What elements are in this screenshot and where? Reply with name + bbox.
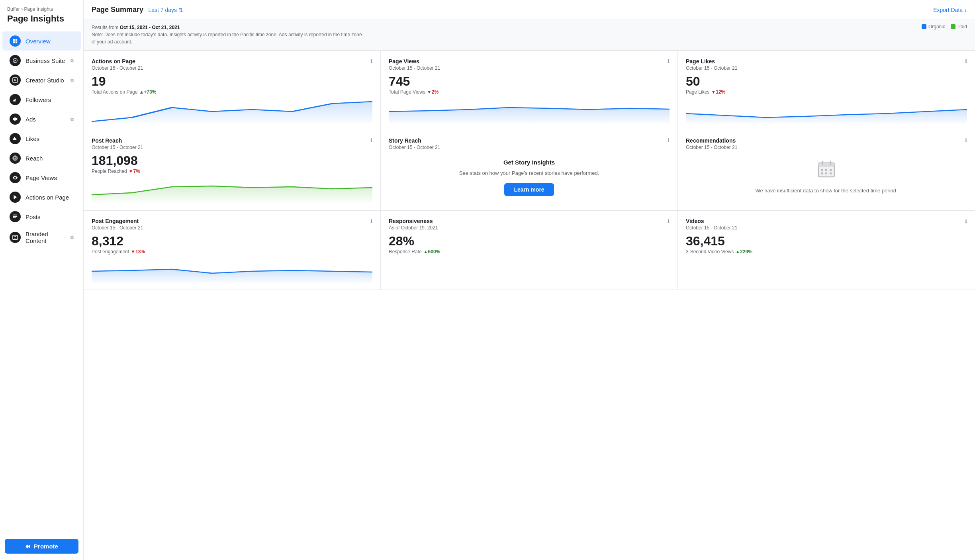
chart-post-reach (92, 179, 372, 203)
sidebar-item-followers[interactable]: Followers (2, 90, 81, 109)
legend-organic-dot (922, 24, 926, 29)
info-icon-actions-on-page[interactable]: ℹ (370, 58, 372, 64)
results-note: Note: Does not include today's data. Ins… (92, 32, 362, 45)
svg-marker-10 (92, 102, 372, 123)
sidebar-item-ads[interactable]: Ads ⧉ (2, 110, 81, 129)
metric-card-responsiveness: Responsiveness As of October 19, 2021 ℹ … (381, 211, 678, 290)
sidebar-item-posts[interactable]: Posts (2, 207, 81, 226)
creator-studio-icon (10, 74, 21, 86)
sidebar-item-likes[interactable]: Likes (2, 129, 81, 148)
promote-label: Promote (34, 543, 58, 550)
info-icon-videos[interactable]: ℹ (965, 218, 967, 224)
metric-trend-page-views: ▼2% (427, 89, 439, 95)
external-link-icon-4: ⧉ (70, 235, 74, 240)
metric-title-post-reach: Post Reach (92, 137, 143, 144)
external-link-icon-3: ⧉ (70, 117, 74, 122)
story-reach-desc: See stats on how your Page's recent stor… (459, 170, 599, 177)
sidebar-item-overview[interactable]: Overview (2, 31, 81, 51)
external-link-icon: ⧉ (70, 58, 74, 63)
legend: Organic Paid (922, 24, 967, 29)
legend-paid-dot (951, 24, 955, 29)
chart-post-engagement (92, 259, 372, 283)
sidebar-item-label-likes: Likes (25, 135, 74, 142)
info-icon-page-views[interactable]: ℹ (668, 58, 670, 64)
metric-sub-label-post-engagement: Post engagement (92, 249, 129, 255)
reach-icon (10, 153, 21, 164)
sidebar-item-label-business-suite: Business Suite (25, 57, 70, 64)
metric-sub-label-actions-on-page: Total Actions on Page (92, 89, 137, 95)
metric-header-post-reach: Post Reach October 15 - October 21 ℹ (92, 137, 372, 150)
likes-icon (10, 133, 21, 144)
svg-rect-23 (830, 172, 832, 174)
metric-trend-actions-on-page: ▲+73% (139, 89, 156, 95)
story-reach-title: Get Story Insights (503, 159, 555, 166)
metric-sub-label-post-reach: People Reached (92, 168, 127, 174)
sidebar-header: Buffer › Page Insights Page Insights (0, 0, 83, 27)
metric-value-page-likes: 50 (686, 75, 967, 88)
metric-header-page-likes: Page Likes October 15 - October 21 ℹ (686, 58, 967, 71)
svg-marker-11 (389, 108, 670, 123)
info-icon-responsiveness[interactable]: ℹ (668, 218, 670, 224)
sidebar-item-creator-studio[interactable]: Creator Studio ⧉ (2, 70, 81, 90)
promote-button[interactable]: Promote (5, 539, 78, 554)
metric-card-videos: Videos October 15 - October 21 ℹ 36,415 … (678, 211, 975, 290)
metric-date-videos: October 15 - October 21 (686, 225, 737, 231)
sidebar-item-label-page-views: Page Views (25, 174, 74, 181)
sidebar-item-label-creator-studio: Creator Studio (25, 77, 70, 84)
metric-sub-page-views: Total Page Views ▼2% (389, 89, 670, 95)
metric-sub-post-engagement: Post engagement ▼13% (92, 249, 372, 255)
learn-more-button[interactable]: Learn more (504, 183, 554, 196)
metric-date-page-views: October 15 - October 21 (389, 65, 440, 71)
sidebar-item-branded-content[interactable]: Branded Content ⧉ (2, 227, 81, 248)
info-icon-story-reach[interactable]: ℹ (668, 137, 670, 143)
metric-card-recommendations: Recommendations October 15 - October 21 … (678, 130, 975, 211)
metric-title-story-reach: Story Reach (389, 137, 440, 144)
sidebar: Buffer › Page Insights Page Insights Ove… (0, 0, 84, 560)
metric-card-post-reach: Post Reach October 15 - October 21 ℹ 181… (84, 130, 381, 211)
main-content: Page Summary Last 7 days ⇅ Export Data ↓… (84, 0, 975, 560)
svg-point-3 (14, 158, 16, 159)
info-icon-post-reach[interactable]: ℹ (370, 137, 372, 143)
legend-organic: Organic (922, 24, 945, 29)
metric-sub-label-videos: 3-Second Video Views (686, 249, 734, 255)
metric-date-recommendations: October 15 - October 21 (686, 145, 737, 150)
export-button[interactable]: Export Data ↓ (933, 7, 967, 13)
metric-value-page-views: 745 (389, 75, 670, 88)
header-left: Page Summary Last 7 days ⇅ (92, 6, 183, 14)
metric-date-page-likes: October 15 - October 21 (686, 65, 737, 71)
svg-rect-20 (830, 169, 832, 171)
sidebar-nav: Overview Business Suite ⧉ Creator Studio… (0, 31, 83, 534)
promote-icon (25, 544, 31, 549)
sidebar-item-page-views[interactable]: Page Views (2, 168, 81, 187)
info-icon-recommendations[interactable]: ℹ (965, 137, 967, 143)
story-reach-content: Get Story Insights See stats on how your… (389, 151, 670, 204)
metric-date-story-reach: October 15 - October 21 (389, 145, 440, 150)
sidebar-item-reach[interactable]: Reach (2, 149, 81, 168)
page-header: Page Summary Last 7 days ⇅ Export Data ↓ (84, 0, 975, 19)
date-range-selector[interactable]: Last 7 days ⇅ (149, 7, 184, 13)
metric-header-videos: Videos October 15 - October 21 ℹ (686, 218, 967, 231)
metric-sub-actions-on-page: Total Actions on Page ▲+73% (92, 89, 372, 95)
metric-date-post-engagement: October 15 - October 21 (92, 225, 143, 231)
svg-marker-2 (14, 79, 16, 81)
sidebar-item-label-branded-content: Branded Content (25, 231, 70, 244)
metric-trend-post-reach: ▼7% (129, 168, 140, 174)
ads-icon (10, 114, 21, 125)
svg-rect-7 (13, 216, 18, 217)
sidebar-item-label-overview: Overview (25, 38, 74, 45)
metric-card-actions-on-page: Actions on Page October 15 - October 21 … (84, 51, 381, 130)
info-icon-page-likes[interactable]: ℹ (965, 58, 967, 64)
svg-rect-8 (13, 217, 16, 218)
sidebar-item-actions-on-page[interactable]: Actions on Page (2, 188, 81, 207)
chart-page-views (389, 100, 670, 123)
metric-title-page-views: Page Views (389, 58, 440, 65)
metrics-grid: Actions on Page October 15 - October 21 … (84, 51, 975, 290)
metric-trend-videos: ▲229% (735, 249, 752, 255)
metric-value-post-engagement: 8,312 (92, 235, 372, 247)
posts-icon (10, 211, 21, 222)
metric-value-actions-on-page: 19 (92, 75, 372, 88)
info-icon-post-engagement[interactable]: ℹ (370, 218, 372, 224)
svg-rect-18 (821, 169, 823, 171)
metric-sub-videos: 3-Second Video Views ▲229% (686, 249, 967, 255)
sidebar-item-business-suite[interactable]: Business Suite ⧉ (2, 51, 81, 70)
